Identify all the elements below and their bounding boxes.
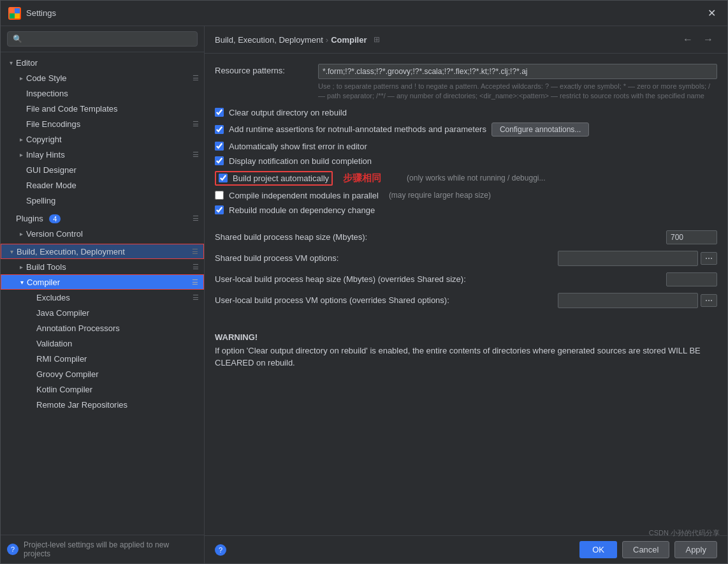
sidebar-item-file-encodings[interactable]: File Encodings ☰ <box>1 116 204 131</box>
sidebar-item-file-code-templates[interactable]: File and Code Templates <box>1 101 204 116</box>
sidebar-item-spelling[interactable]: Spelling <box>1 193 204 208</box>
show-first-error-label[interactable]: Automatically show first error in editor <box>229 142 367 151</box>
sidebar-item-code-style[interactable]: Code Style ☰ <box>1 70 204 85</box>
settings-content: Resource patterns: Use ; to separate pat… <box>205 54 727 535</box>
rebuild-dependency-checkbox[interactable] <box>215 205 224 214</box>
build-auto-checkbox[interactable] <box>219 174 228 182</box>
footer-text: Project-level settings will be applied t… <box>24 540 198 558</box>
build-auto-note: (only works while not running / debuggi.… <box>407 174 545 182</box>
sidebar-item-java-compiler[interactable]: Java Compiler <box>1 305 204 320</box>
bt-pin: ☰ <box>193 263 199 271</box>
user-heap-row: User-local build process heap size (Mbyt… <box>215 272 717 286</box>
sidebar-item-reader-mode[interactable]: Reader Mode <box>1 177 204 193</box>
clear-output-checkbox[interactable] <box>215 108 224 117</box>
sidebar-item-rmi-compiler[interactable]: RMI Compiler <box>1 351 204 366</box>
compile-parallel-label[interactable]: Compile independent modules in parallel <box>229 191 379 200</box>
notification-build-label[interactable]: Display notification on build completion <box>229 156 372 166</box>
user-vm-input[interactable] <box>558 293 698 308</box>
vm-options-expand[interactable]: ⋯ <box>701 252 717 265</box>
vc-arrow <box>16 228 26 239</box>
code-style-pin: ☰ <box>193 74 199 82</box>
sidebar-footer: ? Project-level settings will be applied… <box>1 535 204 563</box>
annotation-text: 步骤相同 <box>343 172 381 184</box>
title-bar: Settings ✕ <box>1 1 727 26</box>
sidebar-item-version-control[interactable]: Version Control <box>1 226 204 241</box>
heap-size-label: Shared build process heap size (Mbytes): <box>215 232 666 242</box>
sidebar-item-plugins[interactable]: Plugins 4 ☰ <box>1 211 204 226</box>
build-auto-label[interactable]: Build project automatically <box>233 174 329 183</box>
runtime-assertions-checkbox[interactable] <box>215 125 224 134</box>
sidebar-item-compiler[interactable]: Compiler ☰ <box>1 274 204 290</box>
apply-button[interactable]: Apply <box>674 541 717 558</box>
window-title: Settings <box>26 8 56 18</box>
warning-title: WARNING! <box>215 332 717 342</box>
sidebar-item-inlay-hints[interactable]: Inlay Hints ☰ <box>1 147 204 162</box>
clear-output-row: Clear output directory on rebuild <box>215 108 717 117</box>
plugins-badge: 4 <box>49 214 61 223</box>
user-heap-label: User-local build process heap size (Mbyt… <box>215 274 666 284</box>
sidebar-item-kotlin-compiler[interactable]: Kotlin Compiler <box>1 382 204 397</box>
sidebar-item-copyright[interactable]: Copyright <box>1 131 204 147</box>
sidebar-item-annotation-processors[interactable]: Annotation Processors <box>1 320 204 336</box>
gui-label: GUI Designer <box>26 165 199 175</box>
sidebar: Editor Code Style ☰ Inspections File and… <box>1 26 205 563</box>
notification-build-checkbox[interactable] <box>215 156 224 165</box>
runtime-assertions-label[interactable]: Add runtime assertions for notnull-annot… <box>229 124 486 134</box>
clear-output-label[interactable]: Clear output directory on rebuild <box>229 108 347 117</box>
vm-options-input[interactable] <box>558 251 698 266</box>
runtime-assertions-row: Add runtime assertions for notnull-annot… <box>215 122 717 137</box>
resource-patterns-row: Resource patterns: <box>215 64 717 79</box>
resource-patterns-input[interactable] <box>318 64 717 79</box>
bottom-help-button[interactable]: ? <box>215 544 226 556</box>
sidebar-item-gui-designer[interactable]: GUI Designer <box>1 162 204 177</box>
ok-button[interactable]: OK <box>579 541 617 558</box>
vc-label: Version Control <box>26 229 199 239</box>
configure-annotations-button[interactable]: Configure annotations... <box>491 122 589 137</box>
bt-label: Build Tools <box>26 262 190 272</box>
fct-label: File and Code Templates <box>26 104 199 114</box>
warning-text: If option 'Clear output directory on reb… <box>215 345 717 369</box>
close-button[interactable]: ✕ <box>704 6 720 20</box>
cancel-button[interactable]: Cancel <box>622 541 669 558</box>
show-first-error-checkbox[interactable] <box>215 142 224 151</box>
svg-rect-2 <box>10 13 15 19</box>
sidebar-item-validation[interactable]: Validation <box>1 336 204 351</box>
code-style-arrow <box>16 73 26 83</box>
bottom-right: OK Cancel Apply <box>579 541 717 558</box>
kc-label: Kotlin Compiler <box>36 385 199 394</box>
search-input[interactable] <box>7 31 198 47</box>
help-button[interactable]: ? <box>7 544 18 555</box>
heap-size-input[interactable] <box>666 230 717 244</box>
build-auto-highlight: Build project automatically <box>215 171 333 186</box>
sidebar-item-editor[interactable]: Editor <box>1 55 204 70</box>
user-heap-input[interactable] <box>666 272 717 286</box>
search-bar <box>1 26 204 52</box>
nav-back-button[interactable]: ← <box>679 33 697 47</box>
sidebar-item-inspections[interactable]: Inspections <box>1 85 204 101</box>
copyright-arrow <box>16 134 26 144</box>
bottom-bar: ? OK Cancel Apply <box>205 535 727 563</box>
fe-pin: ☰ <box>193 120 199 128</box>
sidebar-item-excludes[interactable]: Excludes ☰ <box>1 290 204 305</box>
plugins-label: Plugins 4 <box>16 214 190 223</box>
jc-label: Java Compiler <box>36 308 199 318</box>
resource-patterns-hint: Use ; to separate patterns and ! to nega… <box>215 82 717 101</box>
val-label: Validation <box>36 339 199 348</box>
sidebar-item-groovy-compiler[interactable]: Groovy Compiler <box>1 366 204 382</box>
rebuild-dependency-label[interactable]: Rebuild module on dependency change <box>229 205 375 215</box>
svg-rect-3 <box>15 13 20 19</box>
heap-size-row: Shared build process heap size (Mbytes): <box>215 230 717 244</box>
inlay-label: Inlay Hints <box>26 150 190 160</box>
sidebar-item-build-exec-deploy[interactable]: Build, Execution, Deployment ☰ <box>1 244 204 259</box>
resource-patterns-label: Resource patterns: <box>215 64 310 75</box>
plugins-pin: ☰ <box>193 214 199 223</box>
compile-parallel-checkbox[interactable] <box>215 191 224 200</box>
user-vm-expand[interactable]: ⋯ <box>701 294 717 307</box>
rebuild-dependency-row: Rebuild module on dependency change <box>215 205 717 215</box>
excl-label: Excludes <box>36 293 190 302</box>
breadcrumb-parent: Build, Execution, Deployment <box>215 35 323 45</box>
compiler-pin: ☰ <box>192 278 198 286</box>
sidebar-item-build-tools[interactable]: Build Tools ☰ <box>1 259 204 274</box>
nav-forward-button[interactable]: → <box>699 33 717 47</box>
sidebar-item-remote-jar[interactable]: Remote Jar Repositories <box>1 397 204 412</box>
